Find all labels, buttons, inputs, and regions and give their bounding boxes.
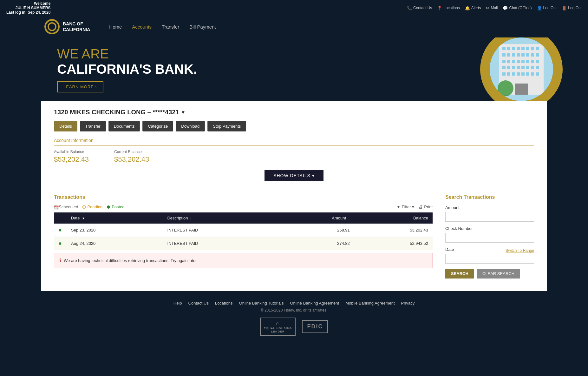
posted-dot: [107, 205, 110, 209]
row-balance: 53,202.43: [354, 224, 433, 237]
svg-rect-31: [526, 66, 529, 69]
filter-icon: ▼: [396, 205, 401, 209]
footer-help[interactable]: Help: [173, 301, 182, 306]
row-indicator: ●: [54, 224, 67, 237]
svg-rect-33: [536, 66, 539, 69]
logout-icon: 🚪: [562, 6, 567, 10]
phone-icon: 📞: [407, 6, 412, 10]
svg-rect-40: [531, 72, 534, 76]
svg-rect-36: [512, 72, 515, 76]
documents-button[interactable]: Documents: [108, 121, 140, 131]
categorize-button[interactable]: Categorize: [142, 121, 173, 131]
nav-home[interactable]: Home: [109, 23, 122, 31]
account-title: 1320 MIKES CHECKING LONG – *****4321: [54, 109, 179, 116]
footer-locations[interactable]: Locations: [215, 301, 233, 306]
row-amount: 258.91: [277, 224, 354, 237]
svg-rect-14: [521, 53, 525, 57]
print-button[interactable]: 🖨 Print: [419, 205, 433, 209]
date-field: Date Switch To Range: [445, 247, 534, 264]
table-row: ● Sep 23, 2020 INTEREST PAID 258.91 53,2…: [54, 224, 433, 237]
hero-banner: WE ARE CALIFORNIA'S BANK. LEARN MORE ›: [0, 37, 588, 101]
contact-us-toplink[interactable]: 📞Contact Us: [407, 6, 432, 10]
svg-rect-26: [502, 66, 506, 69]
logout-toplink[interactable]: 🚪Log Out: [562, 6, 582, 10]
search-button[interactable]: SEARCH: [445, 269, 474, 279]
logo-ring: [44, 19, 60, 34]
svg-rect-10: [502, 53, 506, 57]
posted-dot-icon: ●: [58, 227, 62, 233]
learn-more-button[interactable]: LEARN MORE ›: [57, 81, 103, 92]
svg-rect-24: [531, 60, 534, 63]
footer-contact-us[interactable]: Contact Us: [188, 301, 209, 306]
svg-rect-9: [536, 47, 539, 50]
hero-line2: CALIFORNIA'S BANK.: [57, 62, 197, 77]
col-indicator: [54, 212, 67, 224]
switch-to-range-link[interactable]: Switch To Range: [506, 248, 534, 253]
svg-rect-35: [507, 72, 510, 76]
profile-toplink[interactable]: 👤Log Out: [537, 6, 557, 10]
top-bar: Welcome JULIE N SUMMERS Last log in: Sep…: [0, 0, 588, 16]
hero-building: [490, 37, 553, 101]
svg-rect-23: [526, 60, 529, 63]
filter-actions: ▼ Filter ▾ 🖨 Print: [396, 205, 433, 209]
hero-visual: [265, 37, 588, 101]
svg-rect-2: [502, 47, 506, 50]
chat-icon: 💬: [503, 6, 508, 10]
amount-input[interactable]: [445, 212, 534, 222]
date-label: Date: [445, 247, 454, 252]
svg-rect-8: [531, 47, 534, 50]
download-button[interactable]: Download: [176, 121, 205, 131]
amount-field: Amount: [445, 205, 534, 222]
date-input[interactable]: [445, 254, 534, 264]
mail-toplink[interactable]: ✉Mail: [486, 6, 498, 10]
search-buttons: SEARCH CLEAR SEARCH: [445, 269, 534, 279]
footer-online-banking-agreement[interactable]: Online Banking Agreement: [290, 301, 339, 306]
locations-toplink[interactable]: 📍Locations: [437, 6, 460, 10]
main-nav: Home Accounts Transfer Bill Payment: [109, 23, 216, 31]
svg-rect-4: [512, 47, 515, 50]
nav-bill-payment[interactable]: Bill Payment: [189, 23, 216, 31]
footer-online-banking-tutorials[interactable]: Online Banking Tutorials: [239, 301, 284, 306]
show-details-button[interactable]: SHOW DETAILS ▾: [265, 170, 323, 181]
hero-line1: WE ARE: [57, 46, 197, 62]
nav-accounts[interactable]: Accounts: [132, 23, 152, 31]
svg-rect-21: [517, 60, 520, 63]
filter-button[interactable]: ▼ Filter ▾: [396, 205, 414, 209]
details-button[interactable]: Details: [54, 121, 77, 131]
footer-links: Help Contact Us Locations Online Banking…: [6, 301, 582, 306]
svg-rect-17: [536, 53, 539, 57]
footer-logos: ⌂ EQUAL HOUSING LENDER FDIC: [6, 318, 582, 336]
col-description: Description ↕: [163, 212, 277, 224]
alerts-toplink[interactable]: 🔔Alerts: [465, 6, 481, 10]
row-date: Aug 24, 2020: [67, 237, 163, 250]
transactions-title: Transactions: [54, 194, 433, 200]
chat-toplink[interactable]: 💬Chat (Offline): [503, 6, 532, 10]
footer-privacy[interactable]: Privacy: [401, 301, 415, 306]
footer-mobile-banking-agreement[interactable]: Mobile Banking Agreement: [345, 301, 395, 306]
svg-rect-42: [515, 84, 528, 95]
account-dropdown-arrow[interactable]: ▾: [182, 109, 184, 115]
svg-rect-20: [512, 60, 515, 63]
filter-bar: 📅 Scheduled Pending Posted ▼: [54, 205, 433, 209]
user-icon: 👤: [537, 6, 542, 10]
svg-rect-18: [502, 60, 506, 63]
last-login: Last log in: Sep 24, 2020: [6, 10, 50, 15]
svg-rect-37: [517, 72, 520, 76]
error-text: We are having technical difficulties ret…: [64, 258, 198, 263]
tag-posted: Posted: [107, 205, 124, 209]
nav-transfer[interactable]: Transfer: [162, 23, 179, 31]
svg-rect-32: [531, 66, 534, 69]
welcome-label: Welcome JULIE N SUMMERS: [6, 1, 50, 10]
transfer-button[interactable]: Transfer: [80, 121, 106, 131]
available-balance-label: Available Balance: [54, 150, 89, 154]
svg-rect-34: [502, 72, 506, 76]
row-amount: 274.82: [277, 237, 354, 250]
current-balance: Current Balance $53,202.43: [114, 150, 149, 164]
clear-search-button[interactable]: CLEAR SEARCH: [477, 269, 520, 279]
error-message: ℹ We are having technical difficulties r…: [54, 253, 433, 268]
svg-rect-41: [536, 72, 539, 76]
user-name: JULIE N SUMMERS: [6, 6, 50, 10]
stop-payments-button[interactable]: Stop Payments: [207, 121, 246, 131]
check-number-input[interactable]: [445, 233, 534, 243]
date-header: Date Switch To Range: [445, 247, 534, 254]
